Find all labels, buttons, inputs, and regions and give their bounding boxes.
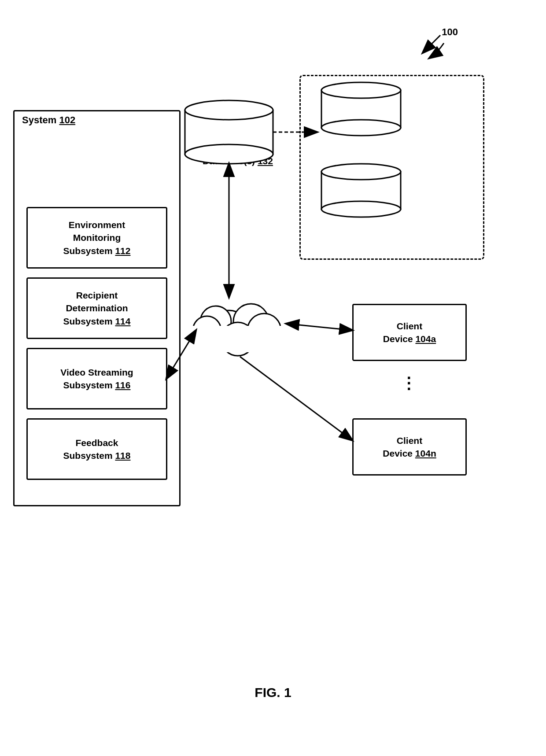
svg-point-10 [233,304,269,339]
svg-point-1 [185,100,273,120]
diagram-container: 100 System 102 EnvironmentMonitoringSubs… [0,22,546,726]
subsystem-video-streaming: Video StreamingSubsystem 116 [26,348,167,409]
dashed-training-box [299,75,484,260]
fig-label: FIG. 1 [255,685,291,700]
subsystem-feedback: FeedbackSubsystem 118 [26,418,167,480]
training-db-label: Training DataDatabase(s) 134 [321,110,410,130]
svg-point-12 [247,313,281,347]
ref-100-label: 100 [442,26,458,38]
ellipsis-dots: ⋮ [401,374,417,393]
subsystem-env-monitoring: EnvironmentMonitoringSubsystem 112 [26,207,167,269]
svg-rect-15 [192,326,288,352]
subsystem-recipient-det: RecipientDeterminationSubsystem 114 [26,277,167,339]
svg-line-22 [240,357,352,440]
client-device-n: ClientDevice 104n [352,418,467,476]
system-label: System 102 [22,114,75,126]
model-db-label: ModelDatabase(s) 136 [321,189,410,210]
client-device-a: ClientDevice 104a [352,304,467,361]
pred-db-label: PredictionDatabase(s) 132 [194,145,282,166]
network-label: 150 [216,330,232,342]
svg-line-21 [286,324,352,330]
